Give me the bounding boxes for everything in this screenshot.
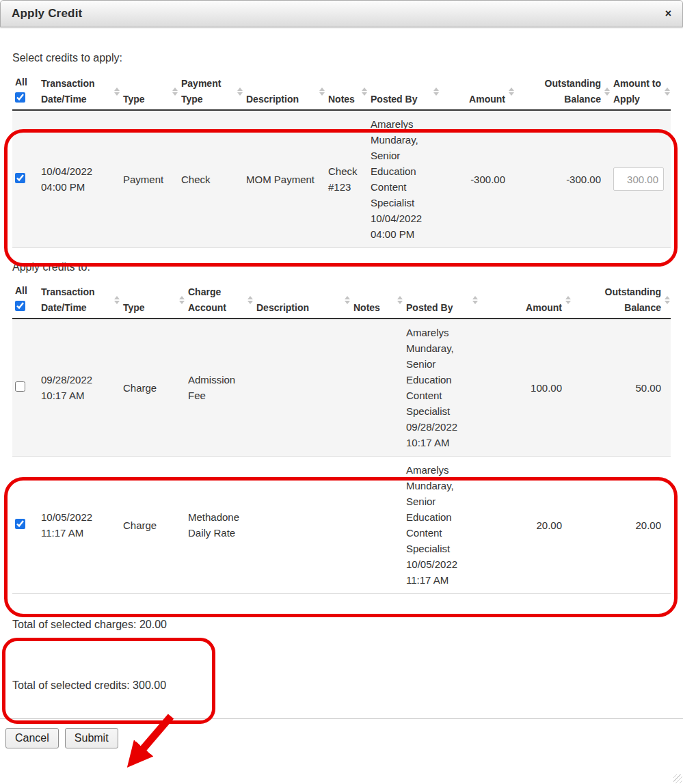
credits-section-label: Select credits to apply: (12, 52, 671, 64)
cell-transaction-date: 09/28/2022 10:17 AM (38, 319, 120, 457)
credit-row: 10/04/2022 04:00 PM Payment Check MOM Pa… (12, 110, 671, 248)
cell-notes (351, 319, 403, 457)
submit-button[interactable]: Submit (65, 728, 118, 748)
credits-col-transaction-date[interactable]: Transaction Date/Time (38, 73, 120, 110)
cell-description (254, 457, 351, 594)
charge-row: 09/28/2022 10:17 AM Charge Admission Fee… (12, 319, 671, 457)
totals-summary: Total of selected charges: 20.00 Total o… (12, 617, 671, 693)
cell-payment-type: Check (178, 110, 243, 248)
cell-outstanding: -300.00 (515, 110, 611, 248)
cell-transaction-date: 10/05/2022 11:17 AM (38, 457, 120, 594)
cell-type: Payment (120, 110, 178, 248)
sort-icon[interactable] (397, 296, 403, 304)
sort-icon[interactable] (509, 87, 514, 96)
sort-icon[interactable] (319, 87, 325, 96)
sort-icon[interactable] (247, 296, 253, 304)
credits-col-notes[interactable]: Notes (325, 73, 368, 110)
charges-col-transaction-date[interactable]: Transaction Date/Time (38, 282, 120, 319)
sort-icon[interactable] (114, 87, 120, 96)
credits-select-all-header: All (12, 73, 38, 110)
amount-to-apply-input[interactable] (613, 167, 664, 191)
sort-icon[interactable] (345, 296, 350, 304)
credits-col-type[interactable]: Type (120, 73, 178, 110)
resize-grip-icon[interactable] (673, 774, 682, 783)
credits-col-payment-type[interactable]: Payment Type (178, 73, 243, 110)
cell-select (12, 319, 38, 457)
cell-posted-by: Amarelys Mundaray, Senior Education Cont… (368, 110, 440, 248)
footer-divider (0, 718, 683, 719)
sort-icon[interactable] (604, 87, 610, 96)
sort-icon[interactable] (665, 296, 670, 304)
cell-type: Charge (120, 457, 185, 594)
charges-select-all-header: All (12, 282, 38, 319)
charges-col-charge-account[interactable]: Charge Account (185, 282, 254, 319)
sort-icon[interactable] (237, 87, 243, 96)
charge-row-checkbox[interactable] (15, 519, 25, 529)
sort-icon[interactable] (665, 87, 670, 96)
credit-row-checkbox[interactable] (15, 173, 25, 183)
charges-col-type[interactable]: Type (120, 282, 185, 319)
charge-row: 10/05/2022 11:17 AM Charge Methadone Dai… (12, 457, 671, 594)
cell-amount: -300.00 (440, 110, 515, 248)
cell-select (12, 457, 38, 594)
charges-section-label: Apply credits to: (12, 261, 671, 273)
cell-outstanding: 20.00 (572, 457, 671, 594)
total-selected-credits: Total of selected credits: 300.00 (12, 678, 671, 693)
cell-posted-by: Amarelys Mundaray, Senior Education Cont… (403, 319, 479, 457)
sort-icon[interactable] (433, 87, 439, 96)
cancel-button[interactable]: Cancel (5, 728, 59, 748)
charges-col-notes[interactable]: Notes (351, 282, 403, 319)
sort-icon[interactable] (114, 296, 120, 304)
cell-outstanding: 50.00 (572, 319, 671, 457)
all-label: All (15, 75, 37, 90)
credits-col-amount[interactable]: Amount (440, 73, 515, 110)
cell-charge-account: Methadone Daily Rate (185, 457, 254, 594)
sort-icon[interactable] (172, 87, 178, 96)
footer-buttons: Cancel Submit (5, 728, 683, 748)
apply-credit-modal: Apply Credit × Select credits to apply: … (0, 0, 683, 784)
sort-icon[interactable] (179, 296, 185, 304)
cell-select (12, 110, 38, 248)
cell-amount-to-apply (611, 110, 671, 248)
charges-col-posted-by[interactable]: Posted By (403, 282, 479, 319)
cell-description (254, 319, 351, 457)
cell-posted-by: Amarelys Mundaray, Senior Education Cont… (403, 457, 479, 594)
cell-amount: 20.00 (479, 457, 572, 594)
credits-col-description[interactable]: Description (243, 73, 325, 110)
cell-transaction-date: 10/04/2022 04:00 PM (38, 110, 120, 248)
modal-title: Apply Credit (12, 7, 82, 21)
cell-charge-account: Admission Fee (185, 319, 254, 457)
charges-col-amount[interactable]: Amount (479, 282, 572, 319)
cell-type: Charge (120, 319, 185, 457)
charge-row-checkbox[interactable] (15, 381, 25, 392)
credits-col-outstanding[interactable]: Outstanding Balance (515, 73, 611, 110)
charges-select-all-checkbox[interactable] (15, 301, 25, 311)
cell-description: MOM Payment (243, 110, 325, 248)
credits-table: All Transaction Date/Time Type Payment T… (12, 73, 671, 248)
cell-notes (351, 457, 403, 594)
sort-icon[interactable] (472, 296, 478, 304)
sort-icon[interactable] (565, 296, 571, 304)
sort-icon[interactable] (362, 87, 367, 96)
charges-col-description[interactable]: Description (254, 282, 351, 319)
credits-col-posted-by[interactable]: Posted By (368, 73, 440, 110)
modal-titlebar: Apply Credit × (0, 0, 683, 27)
charges-col-outstanding[interactable]: Outstanding Balance (572, 282, 671, 319)
credits-select-all-checkbox[interactable] (15, 92, 25, 103)
charges-table: All Transaction Date/Time Type Charge Ac… (12, 282, 671, 594)
credits-col-amount-to-apply[interactable]: Amount to Apply (611, 73, 671, 110)
cell-notes: Check #123 (325, 110, 368, 248)
all-label: All (15, 283, 37, 299)
total-selected-charges: Total of selected charges: 20.00 (12, 617, 671, 632)
close-icon[interactable]: × (665, 8, 671, 19)
cell-amount: 100.00 (479, 319, 572, 457)
